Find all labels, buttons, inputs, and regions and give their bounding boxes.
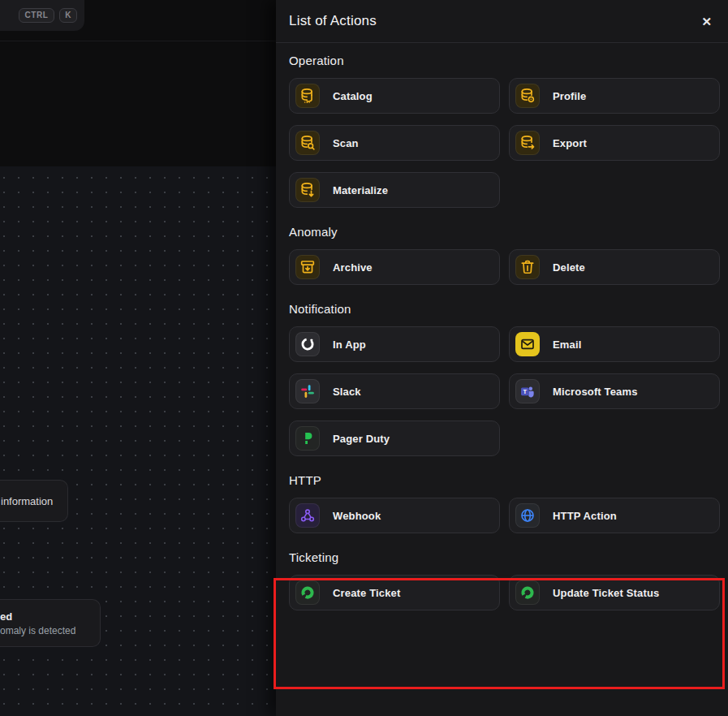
database-scan-icon [295, 131, 320, 155]
action-label: In App [333, 339, 366, 351]
action-materialize[interactable]: Materialize [289, 172, 500, 208]
node-information-label: information [0, 495, 53, 507]
pagerduty-icon [295, 426, 320, 451]
close-icon[interactable]: ✕ [701, 15, 712, 28]
section-operation: Operation Catalog Profile Scan Export Ma… [289, 54, 720, 208]
section-label: Notification [289, 302, 720, 316]
action-label: Archive [333, 261, 373, 274]
canvas-topbar: CTRL K [0, 0, 276, 166]
app-logo-icon [295, 332, 320, 356]
node-anomaly-detected[interactable]: ed omaly is detected [0, 599, 101, 647]
panel-title: List of Actions [289, 13, 377, 29]
action-pager-duty[interactable]: Pager Duty [289, 421, 500, 456]
action-grid: Catalog Profile Scan Export Materialize [289, 78, 720, 208]
action-label: HTTP Action [553, 510, 617, 522]
node-information[interactable]: information [0, 480, 68, 522]
ctrl-key-badge: CTRL [19, 8, 55, 23]
action-email[interactable]: Email [509, 326, 720, 362]
search-bar[interactable]: CTRL K [0, 0, 84, 31]
action-webhook[interactable]: Webhook [289, 498, 500, 533]
svg-text:T: T [523, 388, 528, 395]
panel-header: List of Actions ✕ [276, 0, 728, 43]
node-anomaly-title: ed [0, 610, 100, 623]
action-label: Email [553, 339, 581, 351]
database-materialize-icon [295, 178, 320, 202]
action-grid: Archive Delete [289, 249, 720, 285]
ticket-logo-icon [295, 580, 320, 605]
action-scan[interactable]: Scan [289, 125, 500, 161]
action-http-action[interactable]: HTTP Action [509, 498, 720, 533]
action-label: Materialize [333, 184, 388, 196]
panel-content: Operation Catalog Profile Scan Export Ma… [276, 43, 728, 610]
action-label: Profile [553, 90, 587, 102]
action-label: Delete [553, 261, 585, 274]
action-in-app[interactable]: In App [289, 326, 500, 362]
database-catalog-icon [295, 84, 320, 108]
dot-grid-canvas[interactable]: information ed omaly is detected ion seq… [0, 166, 276, 716]
section-http: HTTP Webhook HTTP Action [289, 473, 720, 533]
action-create-ticket[interactable]: Create Ticket [289, 575, 500, 610]
action-update-ticket-status[interactable]: Update Ticket Status [509, 575, 720, 610]
workflow-canvas[interactable]: CTRL K information ed omaly is detected … [0, 0, 276, 716]
archive-icon [295, 255, 320, 279]
action-grid: Webhook HTTP Action [289, 498, 720, 533]
action-label: Update Ticket Status [553, 587, 659, 599]
action-label: Microsoft Teams [553, 386, 638, 398]
k-key-badge: K [59, 8, 77, 23]
action-label: Create Ticket [333, 587, 400, 599]
section-label: Operation [289, 54, 720, 67]
section-ticketing: TicketingCreate TicketUpdate Ticket Stat… [289, 550, 720, 610]
ticket-logo-icon [515, 580, 540, 605]
section-notification: Notification In App Email Slack TMicroso… [289, 302, 720, 456]
envelope-icon [515, 332, 540, 356]
node-anomaly-subtitle: omaly is detected [0, 625, 100, 636]
action-delete[interactable]: Delete [509, 249, 720, 285]
section-label: Ticketing [289, 550, 720, 564]
list-of-actions-panel: List of Actions ✕ Operation Catalog Prof… [276, 0, 728, 716]
action-grid: In App Email Slack TMicrosoft Teams Page… [289, 326, 720, 456]
action-label: Pager Duty [333, 433, 390, 445]
action-profile[interactable]: Profile [509, 78, 720, 114]
trash-icon [515, 255, 540, 279]
webhook-icon [295, 503, 320, 528]
section-label: HTTP [289, 473, 720, 487]
action-label: Catalog [333, 90, 373, 102]
database-profile-icon [515, 84, 540, 108]
action-label: Webhook [333, 510, 381, 522]
action-label: Slack [333, 386, 361, 398]
slack-icon [295, 379, 320, 403]
action-grid: Create TicketUpdate Ticket Status [289, 575, 720, 610]
teams-icon: T [515, 379, 540, 403]
globe-icon [515, 503, 540, 528]
action-catalog[interactable]: Catalog [289, 78, 500, 114]
action-microsoft-teams[interactable]: TMicrosoft Teams [509, 373, 720, 409]
action-export[interactable]: Export [509, 125, 720, 161]
section-anomaly: Anomaly Archive Delete [289, 225, 720, 285]
action-slack[interactable]: Slack [289, 373, 500, 409]
section-label: Anomaly [289, 225, 720, 239]
database-export-icon [515, 131, 540, 155]
action-label: Export [553, 137, 587, 149]
action-archive[interactable]: Archive [289, 249, 500, 285]
action-label: Scan [333, 137, 359, 149]
topbar-divider [0, 41, 276, 41]
workflow-app: CTRL K information ed omaly is detected … [0, 0, 728, 716]
